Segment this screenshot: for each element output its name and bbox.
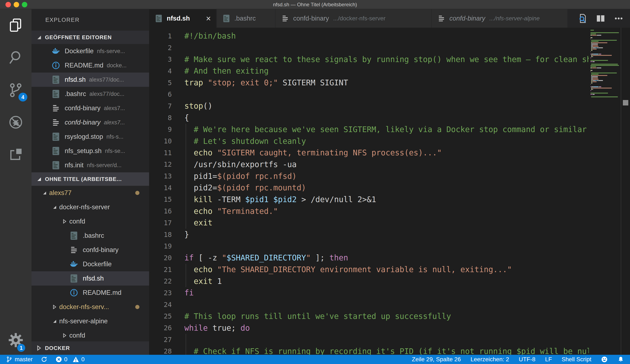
code-line-2[interactable]: 2 [149,42,630,54]
feedback-smiley-icon[interactable] [601,356,608,363]
tree-item-confd[interactable]: confd [32,328,149,341]
code-line-10[interactable]: 10 # Let's shutdown cleanly [149,135,630,147]
open-editor-confd-binary[interactable]: confd-binaryalexs7... [32,101,149,115]
close-icon[interactable]: × [206,14,211,23]
eol-setting[interactable]: LF [545,356,552,363]
code-token: true; [208,324,240,333]
tab-.bashrc[interactable]: .bashrc [217,9,276,28]
tree-item-.bashrc[interactable]: .bashrc [32,228,149,243]
tree-item-docker-nfs-serv...[interactable]: docker-nfs-serv... [32,300,149,314]
code-line-13[interactable]: 13 pid1=$(pidof rpc.nfsd) [149,170,630,182]
code-line-14[interactable]: 14 pid2=$(pidof rpc.mountd) [149,182,630,194]
minimap-seg [592,89,593,90]
docker-section-label: DOCKER [45,345,70,352]
code-line-18[interactable]: 18} [149,229,630,240]
settings-gear-icon[interactable]: 1 [0,325,32,355]
code-line-26[interactable]: 26while true; do [149,322,630,334]
workspace-header[interactable]: OHNE TITEL (ARBEITSBE... [32,172,149,186]
indentation-setting[interactable]: Leerzeichen: 2 [470,356,509,363]
minimap-seg [591,44,598,44]
tree-item-alexs77[interactable]: alexs77 [32,186,149,200]
more-actions-icon[interactable] [613,12,624,24]
activity-bar: 4 [0,9,32,355]
code-line-8[interactable]: 8{ [149,112,630,124]
zoom-window-button[interactable] [22,2,27,7]
tree-item-nfs-server-alpine[interactable]: nfs-server-alpine [32,314,149,328]
open-editor-Dockerfile[interactable]: Dockerfilenfs-serve... [32,44,149,58]
code-line-9[interactable]: 9 # We're here because we've seen SIGTER… [149,124,630,136]
git-branch-status[interactable]: master [6,356,33,363]
code-line-3[interactable]: 3# Make sure we react to these signals b… [149,53,630,65]
code-line-23[interactable]: 23fi [149,287,630,299]
notifications-bell-icon[interactable] [618,356,624,363]
editor-body[interactable]: 1#!/bin/bash23# Make sure we react to th… [149,28,630,355]
open-editor-nfsd.sh[interactable]: nfsd.shalexs77/doc... [32,73,149,87]
code-line-27[interactable]: 27 [149,334,630,346]
code-text: # Make sure we react to these signals by… [184,55,620,64]
close-window-button[interactable] [6,2,11,7]
code-token [268,195,273,204]
list-file-icon [437,14,446,23]
code-line-24[interactable]: 24 [149,299,630,311]
tree-item-docker-nfs-server[interactable]: docker-nfs-server [32,200,149,214]
editor-scrollbar[interactable] [621,28,630,355]
tree-item-confd-binary[interactable]: confd-binary [32,243,149,257]
code-line-7[interactable]: 7stop() [149,100,630,112]
code-line-28[interactable]: 28 # Check if NFS is running by recordin… [149,346,630,355]
scrollbar-thumb[interactable] [623,100,628,105]
cursor-position[interactable]: Zeile 29, Spalte 26 [412,356,461,363]
minimap-seg [592,37,592,38]
source-control-icon[interactable]: 4 [0,74,32,106]
minimize-window-button[interactable] [14,2,19,7]
code-line-4[interactable]: 4# And then exiting [149,65,630,77]
code-line-12[interactable]: 12 /usr/sbin/exportfs -ua [149,159,630,171]
extensions-icon[interactable] [0,138,32,171]
code-line-5[interactable]: 5trap "stop; exit 0;" SIGTERM SIGINT [149,77,630,89]
code-text: /usr/sbin/exportfs -ua [184,160,297,169]
tree-item-README.md[interactable]: README.md [32,286,149,300]
code-line-20[interactable]: 20if [ -z "$SHARED_DIRECTORY" ]; then [149,252,630,264]
line-number: 20 [149,254,180,262]
workspace-header-label: OHNE TITEL (ARBEITSBE... [45,176,122,182]
language-mode[interactable]: Shell Script [562,356,591,363]
open-changes-icon[interactable] [577,12,588,24]
code-line-11[interactable]: 11 echo "SIGTERM caught, terminating NFS… [149,147,630,159]
tab-confd-binary[interactable]: confd-binary.../nfs-server-alpine [432,9,568,28]
debug-icon[interactable] [0,106,32,138]
open-editor-rsyslogd.stop[interactable]: rsyslogd.stopnfs-s... [32,130,149,144]
code-line-19[interactable]: 19 [149,240,630,252]
tree-item-nfsd.sh[interactable]: nfsd.sh [32,271,149,286]
split-editor-icon[interactable] [595,12,606,24]
twistie-closed-icon [50,302,59,312]
tab-nfsd.sh[interactable]: nfsd.sh× [149,9,217,28]
tab-confd-binary[interactable]: confd-binary.../docker-nfs-server [276,9,432,28]
minimap-seg [591,41,598,42]
open-editors-header[interactable]: GEÖFFNETE EDITOREN [32,31,149,44]
code-line-17[interactable]: 17 exit [149,217,630,229]
sync-button[interactable] [41,356,48,363]
tree-item-confd[interactable]: confd [32,214,149,228]
minimap-seg [592,80,594,81]
tree-item-Dockerfile[interactable]: Dockerfile [32,257,149,271]
code-line-22[interactable]: 22 exit 1 [149,275,630,287]
code-line-15[interactable]: 15 kill -TERM $pid1 $pid2 > /dev/null 2>… [149,194,630,205]
docker-section-header[interactable]: DOCKER [32,341,149,355]
code-line-21[interactable]: 21 echo "The SHARED_DIRECTORY environmen… [149,264,630,276]
file-path: alexs7... [104,105,125,112]
code-line-25[interactable]: 25# This loop runs till until we've star… [149,311,630,322]
open-editor-README.md[interactable]: README.mddocke... [32,58,149,73]
search-icon[interactable] [0,41,32,74]
code-line-1[interactable]: 1#!/bin/bash [149,30,630,42]
problems-status[interactable]: 0 0 [56,356,85,363]
explorer-icon[interactable] [0,9,32,41]
open-editor-nfs.init[interactable]: nfs.initnfs-server/d... [32,158,149,172]
open-editor-.bashrc[interactable]: .bashrcalexs77/doc... [32,87,149,101]
open-editor-nfs_setup.sh[interactable]: nfs_setup.shnfs-se... [32,144,149,158]
minimap[interactable] [589,28,621,355]
explorer-sidebar: EXPLORER GEÖFFNETE EDITOREN Dockerfilenf… [32,9,149,355]
code-line-16[interactable]: 16 echo "Terminated." [149,205,630,217]
list-file-icon [281,14,290,23]
code-line-6[interactable]: 6 [149,88,630,100]
encoding-setting[interactable]: UTF-8 [519,356,535,363]
open-editor-confd-binary[interactable]: confd-binaryalexs7... [32,115,149,130]
